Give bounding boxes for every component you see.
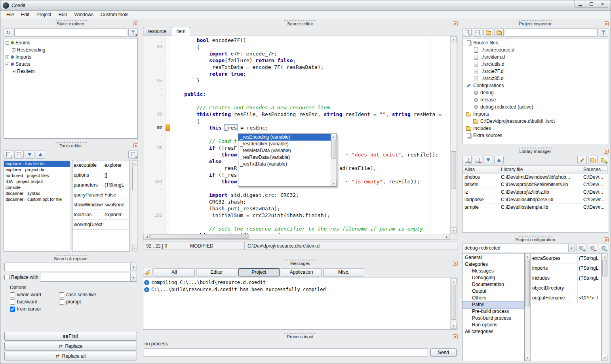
category-item-general[interactable]: General xyxy=(463,254,524,261)
editor-tab-item[interactable]: item xyxy=(172,27,190,36)
panel-grip[interactable] xyxy=(519,236,552,237)
move-library-up-button[interactable] xyxy=(494,156,504,164)
tree-item[interactable]: Source files xyxy=(463,39,608,46)
tool-list-item[interactable]: console xyxy=(4,185,70,191)
remove-tool-button[interactable]: − xyxy=(14,150,24,159)
replace-all-button[interactable]: ⇄Replace all xyxy=(4,352,137,360)
code-line[interactable]: 80 { xyxy=(143,44,450,50)
scroll-thumb[interactable] xyxy=(132,167,133,191)
remove-source-button[interactable]: − xyxy=(473,28,482,37)
move-library-down-button[interactable] xyxy=(483,156,493,164)
column-header[interactable]: Sources ... xyxy=(581,166,608,173)
code-line[interactable]: 90 this(string resFile, ResEncoding resE… xyxy=(143,111,450,118)
menu-item-windows[interactable]: Windows xyxy=(70,11,97,19)
category-item-post-build-process[interactable]: Post-build process xyxy=(463,315,524,322)
add-folder-button[interactable]: + xyxy=(494,28,504,37)
prompt-checkbox[interactable] xyxy=(59,299,64,305)
panel-grip[interactable] xyxy=(54,142,88,143)
category-item-debugging[interactable]: Debugging xyxy=(463,274,524,281)
prop-value[interactable]: <CPP>..\ xyxy=(578,293,601,303)
scroll-thumb[interactable] xyxy=(451,285,456,320)
close-panel-button[interactable]: x xyxy=(453,21,458,26)
category-item-paths[interactable]: Paths xyxy=(463,301,524,308)
code-line[interactable]: 105 _initialSum = crc322uint(ihash.finis… xyxy=(143,212,450,219)
category-item-all-categories[interactable]: All categories xyxy=(463,328,524,335)
table-row[interactable]: phobosC:\Dev\dmd2\windows\lib\phob...C:\… xyxy=(463,173,608,181)
tool-list-item[interactable]: explorer - project dir xyxy=(4,167,70,173)
completion-item[interactable]: _resEncoding (variable) xyxy=(238,134,331,141)
scroll-down-button[interactable]: ▼ xyxy=(602,355,608,361)
chevron-down-icon[interactable]: ▼ xyxy=(130,273,137,281)
code-line[interactable]: . bool encodee7F() xyxy=(143,37,450,44)
menu-item-file[interactable]: File xyxy=(3,11,17,19)
table-row[interactable]: templeC:\Dev\dlibs\temple.libC:\Dev\r... xyxy=(463,204,608,211)
tree-item[interactable]: ..\src\e7F.d xyxy=(463,68,608,75)
category-item-categories[interactable]: Categories xyxy=(463,261,524,268)
prop-value[interactable]: (TStringL xyxy=(578,253,601,263)
tree-item[interactable]: +ResItem xyxy=(4,68,137,75)
move-tool-up-button[interactable] xyxy=(36,150,45,159)
code-line[interactable]: . xyxy=(143,84,450,91)
remove-configuration-button[interactable]: − xyxy=(588,244,597,252)
code-line[interactable]: 92 this._res = resEnc; xyxy=(143,124,450,131)
editor-vertical-scrollbar[interactable]: ▲ ▼ xyxy=(450,36,457,234)
close-panel-button[interactable]: x xyxy=(453,261,458,266)
find-button[interactable]: Find xyxy=(4,332,137,341)
table-row[interactable]: bitsetsC:\Dev\dproj\bitSet\lib\bitsets.l… xyxy=(463,181,608,189)
message-tab-project[interactable]: Project xyxy=(238,268,280,276)
prop-value[interactable]: [] xyxy=(103,170,129,180)
category-item-documentation[interactable]: Documentation xyxy=(463,281,524,288)
tree-item[interactable]: debug xyxy=(463,89,608,96)
close-panel-button[interactable]: x xyxy=(453,334,458,339)
tree-item[interactable]: +ResEncoding xyxy=(4,46,137,53)
send-button[interactable]: Send xyxy=(430,348,457,357)
scroll-up-button[interactable]: ▲ xyxy=(525,253,530,259)
scroll-thumb[interactable] xyxy=(331,140,336,159)
code-line[interactable]: . // sets the resource identifier to the… xyxy=(143,225,450,232)
panel-grip[interactable] xyxy=(284,259,317,261)
category-item-others[interactable]: Others xyxy=(463,295,524,301)
move-tool-down-button[interactable] xyxy=(25,150,34,159)
clear-messages-button[interactable] xyxy=(143,268,152,276)
expand-icon[interactable]: + xyxy=(12,48,15,52)
scroll-down-button[interactable]: ▼ xyxy=(451,323,457,329)
search-combo[interactable]: ▼ xyxy=(4,263,137,271)
chevron-down-icon[interactable]: ▼ xyxy=(130,263,137,271)
title-bar[interactable]: Coedit × xyxy=(0,0,611,11)
refresh-button[interactable]: ↻ xyxy=(4,28,13,37)
editor-tab-resource[interactable]: resource xyxy=(143,27,171,36)
tree-item[interactable]: Extra sources xyxy=(463,132,608,139)
maximize-button[interactable] xyxy=(586,0,597,8)
message-row[interactable]: iC:\...\build\resource.d.coedit has been… xyxy=(144,286,450,293)
scroll-thumb[interactable] xyxy=(602,260,607,276)
scroll-up-button[interactable]: ▲ xyxy=(331,134,337,139)
configuration-select[interactable]: debug-redirected▼ xyxy=(462,244,575,252)
panel-grip[interactable] xyxy=(284,333,317,334)
whole-word-checkbox[interactable] xyxy=(10,292,15,297)
collapse-icon[interactable]: − xyxy=(6,63,9,66)
tree-item[interactable]: Includes xyxy=(463,125,608,132)
code-editor[interactable]: . bool encodee7F()80 {. import e7F: enco… xyxy=(143,36,457,240)
code-line[interactable]: . { xyxy=(143,118,450,124)
panel-grip[interactable] xyxy=(519,20,552,21)
prop-value[interactable]: explorer xyxy=(103,210,129,219)
code-line[interactable]: . xyxy=(143,219,450,225)
category-tree-scrollbar[interactable]: ▲ ▼ xyxy=(525,253,531,361)
prop-value[interactable]: (TStringL xyxy=(578,263,601,273)
completion-item[interactable]: _resTxtData (variable) xyxy=(238,161,331,168)
scroll-right-button[interactable]: ▶ xyxy=(444,234,450,239)
message-tab-all[interactable]: All xyxy=(154,268,195,276)
tool-list-item[interactable]: harbored - project files xyxy=(4,173,70,179)
replace-with-checkbox[interactable] xyxy=(4,275,10,280)
add-tool-button[interactable]: + xyxy=(4,150,13,159)
open-folder-button[interactable] xyxy=(483,28,493,37)
tool-list-item[interactable]: dscanner - syntax xyxy=(4,191,70,196)
editor-horizontal-scrollbar[interactable]: ◀ ▶ xyxy=(143,234,450,240)
code-line[interactable]: . ihash.put(_resRawData); xyxy=(143,205,450,212)
message-row[interactable]: icompiling C:\...\build\resource.d.coedi… xyxy=(144,279,450,286)
code-line[interactable]: . xyxy=(143,97,450,104)
menu-item-custom-tools[interactable]: Custom tools xyxy=(97,11,132,19)
tool-list-item[interactable]: explorer - this file dir xyxy=(4,161,70,167)
add-library-from-project-button[interactable]: + xyxy=(599,156,608,164)
tree-item[interactable]: −Enums xyxy=(4,39,137,46)
